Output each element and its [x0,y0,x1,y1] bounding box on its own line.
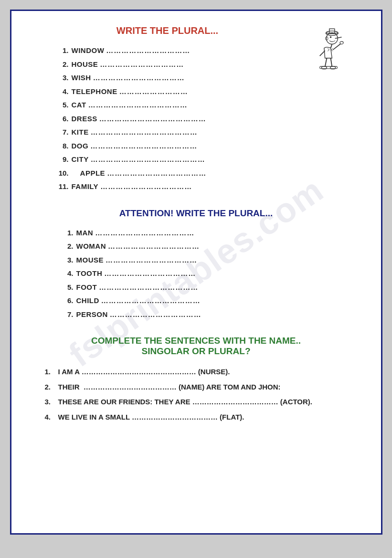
item-word: APPLE [72,167,106,180]
item-word: FAMILY [72,180,99,194]
item-word: WINDOW [72,44,105,58]
item-word: TOOTH [76,267,103,281]
item-dots: …………………………… [100,58,184,72]
item-num: 2. [54,58,69,72]
item-word: FOOT [76,281,97,295]
section2-list: 1. MAN ………………………………… 2. WOMAN …………………………… [35,226,357,322]
list-item: 4. TOOTH ……………………………… [59,267,357,281]
item-dots: …………………………… [106,44,190,58]
list-item: 8. DOG …………………………………… [54,139,300,153]
item-word: WISH [72,71,91,85]
item-num: 10. [54,167,69,180]
section-1: WRITE THE PLURAL... 1. WINDOW …………………………… [35,25,357,194]
item-num: 5. [59,281,74,295]
sentence-num: 4. [45,410,56,425]
list-item: 5. CAT ………………………………… [54,98,300,112]
item-dots: …………………………………… [99,112,206,126]
list-item: 6. CHILD ………………………………… [59,294,357,308]
item-dots: …………………………………… [90,139,197,153]
svg-point-5 [329,36,331,38]
item-num: 7. [54,126,69,139]
item-num: 2. [59,240,74,253]
list-item: 4. TELEPHONE ……………………… [54,85,300,99]
item-word: CHILD [76,294,99,308]
item-word: DRESS [72,112,97,126]
sentence-text: WE LIVE IN A SMALL ……………………………… (FLAT). [58,410,244,425]
list-item: 7. PERSON ……………………………… [59,308,357,322]
item-dots: ………………………………… [99,281,198,295]
sentence-text: THEIR ………………………………… (NAME) ARE TOM AND J… [58,379,281,395]
sentence-num: 3. [45,394,56,410]
section1-title: WRITE THE PLURAL... [35,25,300,36]
sentence-item: 4. WE LIVE IN A SMALL ……………………………… (FLAT… [45,410,357,425]
list-item: 9. CITY ……………………………………… [54,153,300,167]
list-item: 7. KITE …………………………………… [54,126,300,139]
item-num: 11. [54,180,69,194]
item-word: DOG [72,139,89,153]
list-item: 1. WINDOW …………………………… [54,44,300,58]
item-num: 4. [54,85,69,99]
item-dots: ………………………………… [95,226,194,240]
item-word: MAN [76,226,94,240]
section3-title: COMPLETE THE SENTENCES WITH THE NAME.. S… [35,336,357,357]
sentence-item: 3. THESE ARE OUR FRIENDS: THEY ARE ……………… [45,394,357,410]
list-item: 11. FAMILY ……………………………… [54,180,300,194]
item-dots: ……………………………… [100,180,192,194]
item-num: 8. [54,139,69,153]
svg-point-9 [339,42,343,44]
item-word: KITE [72,126,89,139]
list-item: 3. WISH ……………………………… [54,71,300,85]
item-dots: ………………………………… [101,294,201,308]
svg-line-4 [335,37,341,39]
item-word: TELEPHONE [72,85,117,99]
item-num: 6. [59,294,74,308]
list-item: 2. HOUSE …………………………… [54,58,300,72]
svg-line-8 [333,44,341,50]
svg-line-12 [330,58,332,67]
sentence-item: 2. THEIR ………………………………… (NAME) ARE TOM AN… [45,379,357,395]
section-2: ATTENTION! WRITE THE PLURAL... 1. MAN ……… [35,208,357,322]
pinocchio-figure [300,25,357,78]
worksheet-page: fslprintables.com WRITE THE PLURAL... 1.… [10,10,382,535]
item-word: CITY [72,153,89,167]
item-num: 9. [54,153,69,167]
item-dots: …………………………………… [91,126,198,139]
item-dots: ……………………………………… [91,153,205,167]
item-word: MOUSE [76,253,104,267]
item-num: 6. [54,112,69,126]
section3-list: 1. I AM A ………………………………………… (NURSE). 2. T… [35,364,357,424]
item-num: 4. [59,267,74,281]
item-num: 5. [54,98,69,112]
item-num: 3. [54,71,69,85]
svg-line-7 [330,44,332,48]
item-num: 3. [59,253,74,267]
item-word: WOMAN [76,240,106,253]
list-item: 3. MOUSE ……………………………… [59,253,357,267]
section-3: COMPLETE THE SENTENCES WITH THE NAME.. S… [35,336,357,424]
item-dots: ……………………………… [110,308,201,322]
item-num: 1. [59,226,74,240]
list-item: 1. MAN ………………………………… [59,226,357,240]
svg-line-11 [325,58,327,67]
sentence-num: 2. [45,379,56,395]
item-word: CAT [72,98,86,112]
section2-title: ATTENTION! WRITE THE PLURAL... [35,208,357,219]
item-dots: ……………………………… [93,71,185,85]
item-dots: ……………………………… [106,253,197,267]
item-dots: ……………………………… [108,240,200,253]
item-num: 1. [54,44,69,58]
svg-line-10 [319,51,325,56]
list-item: 5. FOOT ………………………………… [59,281,357,295]
list-item: 6. DRESS …………………………………… [54,112,300,126]
item-dots: ………………………………… [107,167,206,180]
item-word: HOUSE [72,58,98,72]
pinocchio-svg [305,25,352,78]
list-item: 10. APPLE ………………………………… [54,167,300,180]
item-dots: ……………………… [119,85,188,99]
list-item: 2. WOMAN ……………………………… [59,240,357,253]
sentence-text: I AM A ………………………………………… (NURSE). [58,364,230,379]
sentence-item: 1. I AM A ………………………………………… (NURSE). [45,364,357,379]
sentence-num: 1. [45,364,56,379]
item-dots: ……………………………… [104,267,196,281]
item-num: 7. [59,308,74,322]
